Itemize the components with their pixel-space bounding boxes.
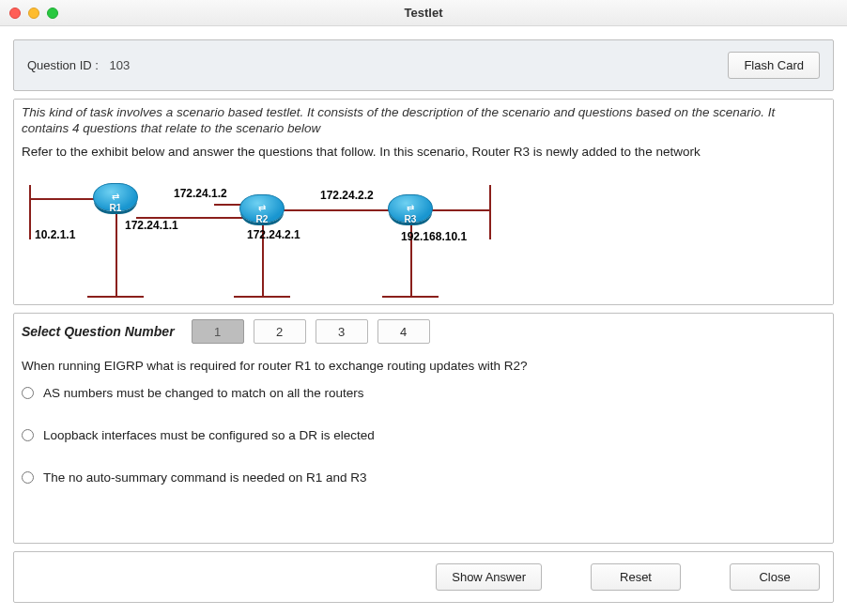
scenario-panel[interactable]: This kind of task involves a scenario ba… (13, 99, 834, 305)
router-r2-icon: ⇄ R2 (239, 194, 285, 223)
lan-segment-left (29, 185, 31, 239)
question-number-selector-row: Select Question Number 1 2 3 4 (22, 316, 825, 353)
option-radio-2[interactable] (22, 471, 34, 484)
option-row-0: AS numbers must be changed to match on a… (22, 386, 825, 400)
ip-r1-left: 10.2.1.1 (35, 228, 75, 241)
stub-r1-bottom (87, 296, 144, 298)
option-radio-1[interactable] (22, 429, 34, 441)
flash-card-button[interactable]: Flash Card (728, 52, 820, 79)
option-label-2[interactable]: The no auto-summary command is needed on… (43, 470, 366, 485)
question-tab-1[interactable]: 1 (192, 319, 244, 344)
option-label-1[interactable]: Loopback interfaces must be configured s… (43, 428, 375, 442)
question-text: When running EIGRP what is required for … (22, 359, 825, 373)
question-tab-3[interactable]: 3 (316, 319, 368, 344)
option-row-1: Loopback interfaces must be configured s… (22, 428, 825, 442)
router-r1-icon: ⇄ R1 (93, 183, 138, 211)
ip-r2-left: 172.24.1.2 (174, 187, 227, 200)
zoom-window-icon[interactable] (47, 8, 58, 19)
question-inner: Select Question Number 1 2 3 4 When runn… (14, 314, 833, 520)
router-r3-label: R3 (389, 214, 432, 224)
window-body: Question ID : 103 Flash Card This kind o… (0, 26, 847, 616)
network-topology-diagram: ⇄ R1 ⇄ R2 ⇄ R3 10.2.1.1 172.24.1.1 172.2… (22, 172, 510, 305)
select-question-number-label: Select Question Number (22, 324, 175, 339)
scenario-inner: This kind of task involves a scenario ba… (14, 100, 833, 305)
close-window-icon[interactable] (9, 8, 21, 19)
stub-r1 (116, 209, 117, 296)
option-radio-0[interactable] (22, 387, 34, 399)
stub-r3-bottom (382, 296, 439, 298)
question-tab-2[interactable]: 2 (254, 319, 306, 344)
footer-panel: Show Answer Reset Close (13, 551, 834, 603)
show-answer-button[interactable]: Show Answer (436, 563, 542, 591)
question-id-label: Question ID : 103 (27, 58, 130, 72)
option-label-0[interactable]: AS numbers must be changed to match on a… (43, 386, 363, 400)
question-tab-group: 1 2 3 4 (192, 319, 430, 344)
reset-button[interactable]: Reset (591, 563, 681, 591)
window-titlebar: Testlet (0, 0, 847, 26)
option-row-2: The no auto-summary command is needed on… (22, 470, 825, 485)
question-panel[interactable]: Select Question Number 1 2 3 4 When runn… (13, 313, 834, 544)
scenario-description: This kind of task involves a scenario ba… (22, 105, 824, 137)
qid-label-text: Question ID : (27, 58, 99, 72)
stub-r2-bottom (234, 296, 290, 298)
link-r2-upper-left (214, 204, 242, 206)
qid-value: 103 (110, 58, 131, 72)
link-r2-r3 (283, 209, 390, 211)
link-lan-r1 (29, 198, 95, 200)
ip-r1-right: 172.24.1.1 (125, 219, 178, 232)
router-r1-label: R1 (94, 203, 137, 213)
link-r3-lan-right (431, 209, 489, 211)
ip-r3-left: 172.24.2.2 (320, 189, 374, 202)
ip-r2-right: 172.24.2.1 (247, 228, 300, 241)
question-header-panel: Question ID : 103 Flash Card (13, 39, 834, 91)
lan-segment-right (489, 185, 491, 239)
traffic-lights (0, 8, 58, 19)
ip-r3-right: 192.168.10.1 (401, 230, 467, 243)
router-r2-label: R2 (240, 214, 284, 224)
scenario-instruction: Refer to the exhibit below and answer th… (22, 145, 824, 161)
router-r3-icon: ⇄ R3 (388, 194, 433, 223)
window-title: Testlet (0, 6, 847, 20)
minimize-window-icon[interactable] (28, 8, 39, 19)
question-tab-4[interactable]: 4 (377, 319, 430, 344)
close-button[interactable]: Close (730, 563, 820, 591)
